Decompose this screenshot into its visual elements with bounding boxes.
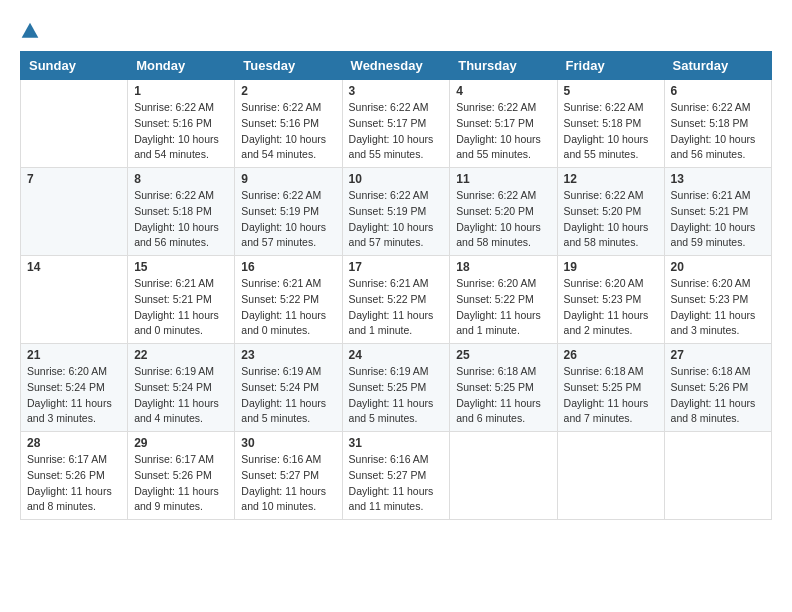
day-info-line: Sunrise: 6:17 AM [134,452,228,468]
weekday-header-monday: Monday [128,52,235,80]
day-info-line: and 1 minute. [349,323,444,339]
day-info-line: Sunrise: 6:21 AM [671,188,765,204]
day-info-line: Daylight: 10 hours [241,220,335,236]
day-info-line: Daylight: 10 hours [564,132,658,148]
day-info-line: Sunset: 5:17 PM [456,116,550,132]
day-number: 15 [134,260,228,274]
calendar-cell: 9Sunrise: 6:22 AMSunset: 5:19 PMDaylight… [235,168,342,256]
weekday-header-friday: Friday [557,52,664,80]
day-info-line: Sunset: 5:19 PM [241,204,335,220]
weekday-header-wednesday: Wednesday [342,52,450,80]
weekday-header-tuesday: Tuesday [235,52,342,80]
day-info-line: Sunset: 5:22 PM [456,292,550,308]
day-info-line: Sunrise: 6:22 AM [564,100,658,116]
day-info-line: and 8 minutes. [27,499,121,515]
day-info-line: Sunset: 5:18 PM [671,116,765,132]
day-info-line: Sunrise: 6:22 AM [456,100,550,116]
calendar-cell [21,80,128,168]
day-number: 5 [564,84,658,98]
calendar-cell: 6Sunrise: 6:22 AMSunset: 5:18 PMDaylight… [664,80,771,168]
page-header [20,20,772,41]
day-number: 17 [349,260,444,274]
day-number: 1 [134,84,228,98]
day-info-line: Sunset: 5:24 PM [134,380,228,396]
day-info-line: and 5 minutes. [241,411,335,427]
day-info-line: Daylight: 10 hours [349,132,444,148]
day-info-line: Daylight: 10 hours [349,220,444,236]
day-info-line: Daylight: 11 hours [134,308,228,324]
day-number: 6 [671,84,765,98]
calendar-cell: 18Sunrise: 6:20 AMSunset: 5:22 PMDayligh… [450,256,557,344]
calendar-cell: 3Sunrise: 6:22 AMSunset: 5:17 PMDaylight… [342,80,450,168]
day-info-line: Sunset: 5:25 PM [564,380,658,396]
day-info-line: and 2 minutes. [564,323,658,339]
day-number: 2 [241,84,335,98]
day-number: 30 [241,436,335,450]
day-info-line: Sunset: 5:25 PM [456,380,550,396]
day-info-line: Sunrise: 6:20 AM [671,276,765,292]
day-info-line: and 6 minutes. [456,411,550,427]
week-row-3: 21Sunrise: 6:20 AMSunset: 5:24 PMDayligh… [21,344,772,432]
day-number: 19 [564,260,658,274]
day-info-line: and 3 minutes. [671,323,765,339]
day-info-line: and 4 minutes. [134,411,228,427]
day-info-line: and 1 minute. [456,323,550,339]
day-number: 16 [241,260,335,274]
day-number: 7 [27,172,121,186]
day-number: 10 [349,172,444,186]
calendar-cell: 7 [21,168,128,256]
day-number: 20 [671,260,765,274]
day-number: 11 [456,172,550,186]
day-info-line: Sunrise: 6:20 AM [456,276,550,292]
day-info-line: Sunset: 5:27 PM [241,468,335,484]
day-info-line: Daylight: 11 hours [349,308,444,324]
calendar-cell: 17Sunrise: 6:21 AMSunset: 5:22 PMDayligh… [342,256,450,344]
day-info-line: Sunrise: 6:22 AM [671,100,765,116]
day-number: 28 [27,436,121,450]
day-info-line: Sunrise: 6:22 AM [349,188,444,204]
calendar-cell: 20Sunrise: 6:20 AMSunset: 5:23 PMDayligh… [664,256,771,344]
day-info-line: Daylight: 10 hours [671,132,765,148]
day-number: 23 [241,348,335,362]
calendar-cell: 22Sunrise: 6:19 AMSunset: 5:24 PMDayligh… [128,344,235,432]
day-number: 3 [349,84,444,98]
day-info-line: Sunset: 5:18 PM [564,116,658,132]
calendar-cell: 28Sunrise: 6:17 AMSunset: 5:26 PMDayligh… [21,432,128,520]
calendar-cell [450,432,557,520]
day-info-line: Sunset: 5:26 PM [671,380,765,396]
calendar-cell: 21Sunrise: 6:20 AMSunset: 5:24 PMDayligh… [21,344,128,432]
day-info-line: and 8 minutes. [671,411,765,427]
day-info-line: and 55 minutes. [349,147,444,163]
day-info-line: and 9 minutes. [134,499,228,515]
day-info-line: Sunset: 5:27 PM [349,468,444,484]
week-row-0: 1Sunrise: 6:22 AMSunset: 5:16 PMDaylight… [21,80,772,168]
day-info-line: Sunrise: 6:21 AM [134,276,228,292]
day-info-line: Daylight: 11 hours [241,308,335,324]
calendar-cell: 14 [21,256,128,344]
day-info-line: Sunset: 5:24 PM [27,380,121,396]
day-info-line: Daylight: 11 hours [671,396,765,412]
day-info-line: and 58 minutes. [456,235,550,251]
calendar-cell: 13Sunrise: 6:21 AMSunset: 5:21 PMDayligh… [664,168,771,256]
day-info-line: Sunset: 5:20 PM [564,204,658,220]
day-number: 24 [349,348,444,362]
calendar-cell: 25Sunrise: 6:18 AMSunset: 5:25 PMDayligh… [450,344,557,432]
calendar-cell: 23Sunrise: 6:19 AMSunset: 5:24 PMDayligh… [235,344,342,432]
day-info-line: Sunset: 5:22 PM [349,292,444,308]
calendar-cell: 11Sunrise: 6:22 AMSunset: 5:20 PMDayligh… [450,168,557,256]
day-number: 13 [671,172,765,186]
day-info-line: Sunrise: 6:17 AM [27,452,121,468]
day-info-line: Daylight: 10 hours [134,220,228,236]
day-info-line: and 56 minutes. [671,147,765,163]
day-info-line: Sunset: 5:23 PM [671,292,765,308]
day-number: 18 [456,260,550,274]
calendar-cell [557,432,664,520]
day-info-line: and 57 minutes. [241,235,335,251]
day-info-line: Daylight: 11 hours [349,396,444,412]
day-info-line: Sunrise: 6:22 AM [349,100,444,116]
day-info-line: Daylight: 11 hours [456,396,550,412]
calendar-table: SundayMondayTuesdayWednesdayThursdayFrid… [20,51,772,520]
calendar-cell: 2Sunrise: 6:22 AMSunset: 5:16 PMDaylight… [235,80,342,168]
day-number: 22 [134,348,228,362]
calendar-cell: 5Sunrise: 6:22 AMSunset: 5:18 PMDaylight… [557,80,664,168]
